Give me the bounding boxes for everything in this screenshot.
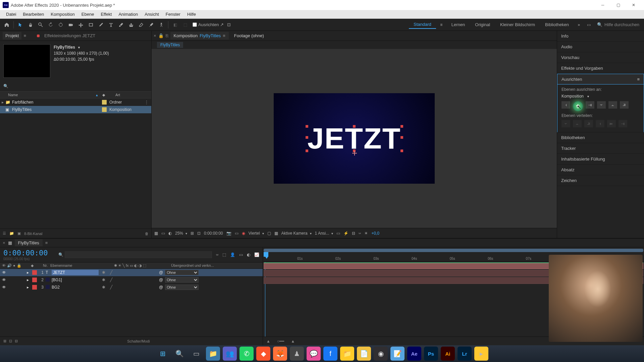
align-vcenter-button[interactable]: ⫠ bbox=[608, 101, 617, 109]
menu-bearbeiten[interactable]: Bearbeiten bbox=[19, 11, 47, 18]
parent-col-header[interactable]: Übergeordnet und verkn... bbox=[171, 263, 263, 267]
project-tab[interactable]: Projekt bbox=[3, 32, 21, 40]
rotation-tool[interactable] bbox=[56, 20, 65, 29]
brave-icon[interactable]: ◆ bbox=[256, 347, 270, 361]
workspace-original[interactable]: Original bbox=[470, 21, 495, 28]
timeline-timecode[interactable]: 0:00:00:00 bbox=[3, 249, 48, 257]
snap-toggle[interactable]: Ausrichten ↗ ⊡ bbox=[191, 22, 233, 27]
layer-label[interactable] bbox=[32, 285, 37, 290]
bit-depth-toggle[interactable]: 8-Bit-Kanal bbox=[24, 232, 42, 236]
toggle-in-out-icon[interactable]: ⊟ bbox=[15, 339, 18, 343]
comp-flow-icon[interactable]: ⎘ bbox=[166, 33, 168, 38]
expand-icon[interactable]: ▸ bbox=[27, 285, 29, 290]
zoom-out-icon[interactable]: ▲ bbox=[266, 339, 270, 344]
expand-icon[interactable]: ▸ bbox=[27, 270, 29, 275]
panel-tracker[interactable]: Tracker bbox=[557, 143, 644, 154]
motion-blur-icon[interactable]: ◐ bbox=[247, 252, 250, 257]
eraser-tool[interactable] bbox=[137, 20, 146, 29]
res-full-icon[interactable]: ⊞ bbox=[191, 231, 194, 236]
minimize-button[interactable]: ─ bbox=[595, 0, 610, 10]
parent-dropdown[interactable]: Ohne bbox=[165, 285, 199, 290]
audio-col-icon[interactable]: 🔊 bbox=[7, 263, 12, 268]
snapshot-icon[interactable]: 📷 bbox=[226, 231, 231, 236]
timeline-search-input[interactable] bbox=[65, 251, 212, 258]
workspace-kleiner[interactable]: Kleiner Bildschirm bbox=[495, 21, 540, 28]
parent-dropdown[interactable]: Ohne bbox=[165, 277, 199, 283]
roi-icon[interactable]: ▢ bbox=[267, 231, 271, 236]
lock-col-icon[interactable]: 🔒 bbox=[17, 263, 21, 268]
effect-controls-tab[interactable]: Effekteinstellungen JETZT bbox=[42, 32, 98, 40]
menu-fenster[interactable]: Fenster bbox=[162, 11, 184, 18]
menu-ansicht[interactable]: Ansicht bbox=[141, 11, 162, 18]
after-effects-icon[interactable]: Ae bbox=[407, 347, 421, 361]
project-col-art[interactable]: Art bbox=[107, 93, 151, 97]
panel-menu-icon[interactable]: ≡ bbox=[637, 77, 640, 82]
task-view-icon[interactable]: ▭ bbox=[189, 347, 203, 361]
selection-handle[interactable] bbox=[306, 149, 308, 152]
shy-icon[interactable]: 👤 bbox=[230, 252, 235, 257]
visibility-col-icon[interactable]: 👁 bbox=[2, 263, 6, 268]
project-col-name[interactable]: Name bbox=[8, 93, 18, 97]
roto-brush-tool[interactable] bbox=[147, 20, 156, 29]
reset-exposure-icon[interactable]: ☀ bbox=[364, 231, 368, 236]
panel-bibliotheken[interactable]: Bibliotheken bbox=[557, 132, 644, 143]
item-menu-icon[interactable]: ⋮ bbox=[145, 100, 151, 105]
snap-opt2-icon[interactable]: ⊡ bbox=[227, 22, 231, 27]
timeline-layer-3[interactable]: 👁 ▸ 3 BG2 ✱╱ @Ohne bbox=[0, 284, 263, 291]
project-item-folder[interactable]: ▸ 📁 Farbflächen Ordner ⋮ bbox=[0, 99, 151, 106]
camera-dropdown[interactable]: Aktive Kamera bbox=[281, 231, 312, 236]
menu-hilfe[interactable]: Hilfe bbox=[184, 11, 199, 18]
switch-adjustment-icon[interactable]: ◑ bbox=[139, 263, 142, 268]
panel-toggle-icon[interactable]: ▭ bbox=[584, 20, 594, 29]
toggle-modes-icon[interactable]: ⊡ bbox=[9, 339, 12, 343]
tool-opt-1[interactable]: ◧ bbox=[170, 20, 180, 29]
pan-behind-tool[interactable] bbox=[76, 20, 86, 29]
files-icon[interactable]: 📁 bbox=[340, 347, 354, 361]
layername-col-header[interactable]: Ebenenname bbox=[50, 263, 111, 267]
messenger-icon[interactable]: 💬 bbox=[307, 347, 321, 361]
graph-editor-icon[interactable]: 📈 bbox=[254, 252, 259, 257]
layer-name[interactable]: [BG1] bbox=[52, 278, 99, 282]
timeline-layer-2[interactable]: 👁 ▸ 2 [BG1] ✱╱ @Ohne bbox=[0, 276, 263, 284]
align-hcenter-button[interactable]: ↖ bbox=[573, 101, 583, 111]
zoom-tool[interactable] bbox=[36, 20, 45, 29]
exposure-value[interactable]: +0,0 bbox=[371, 231, 379, 236]
timeline-close-icon[interactable]: × bbox=[3, 240, 5, 245]
resolution-dropdown[interactable]: Viertel bbox=[249, 231, 264, 236]
switch-fx-icon[interactable]: fx bbox=[126, 263, 129, 268]
show-snapshot-icon[interactable]: ▭ bbox=[235, 231, 238, 236]
layer-name[interactable]: BG2 bbox=[52, 285, 99, 290]
switch-quality-icon[interactable]: ╲ bbox=[122, 263, 125, 268]
work-area-bar[interactable] bbox=[264, 249, 643, 252]
new-comp-icon[interactable]: ▣ bbox=[17, 231, 21, 236]
zoom-dropdown[interactable]: 25% bbox=[175, 231, 187, 236]
parent-pick-whip-icon[interactable]: @ bbox=[159, 285, 163, 290]
mask-toggle-icon[interactable]: ◐ bbox=[168, 231, 172, 236]
orbit-tool[interactable] bbox=[46, 20, 55, 29]
selection-handle[interactable] bbox=[353, 125, 356, 128]
timeline-layer-1[interactable]: 👁 ▸ 1 T JETZT ✱╱ @Ohne bbox=[0, 269, 263, 276]
visibility-toggle[interactable]: 👁 bbox=[2, 270, 7, 275]
anchor-point-icon[interactable] bbox=[352, 151, 357, 156]
menu-ebene[interactable]: Ebene bbox=[78, 11, 98, 18]
project-tab-menu-icon[interactable]: ≡ bbox=[23, 33, 26, 38]
lightroom-icon[interactable]: Lr bbox=[458, 347, 472, 361]
switch-3d-icon[interactable]: ⬚ bbox=[143, 263, 146, 268]
timeline-tab-menu-icon[interactable]: ≡ bbox=[45, 240, 48, 245]
label-chip[interactable] bbox=[102, 107, 107, 112]
composition-tab[interactable]: Komposition FlyByTitles ≡ bbox=[170, 32, 229, 40]
workspace-menu-icon[interactable]: ≡ bbox=[437, 20, 446, 29]
expand-icon[interactable]: ▸ bbox=[27, 278, 29, 282]
layer-label[interactable] bbox=[32, 278, 37, 282]
flowchart-icon[interactable]: ⎃ bbox=[359, 231, 361, 236]
footage-tab[interactable]: Footage (ohne) bbox=[231, 32, 267, 40]
timeline-search-icon[interactable]: 🔍 bbox=[58, 252, 63, 257]
panel-info[interactable]: Info bbox=[557, 31, 644, 42]
home-button[interactable] bbox=[2, 20, 11, 29]
selection-handle[interactable] bbox=[306, 125, 308, 128]
switch-frameblend-icon[interactable]: ▭ bbox=[130, 263, 133, 268]
workspace-standard[interactable]: Standard bbox=[409, 20, 436, 29]
clone-stamp-tool[interactable] bbox=[126, 20, 136, 29]
panel-vorschau[interactable]: Vorschau bbox=[557, 52, 644, 63]
rectangle-tool[interactable] bbox=[86, 20, 96, 29]
